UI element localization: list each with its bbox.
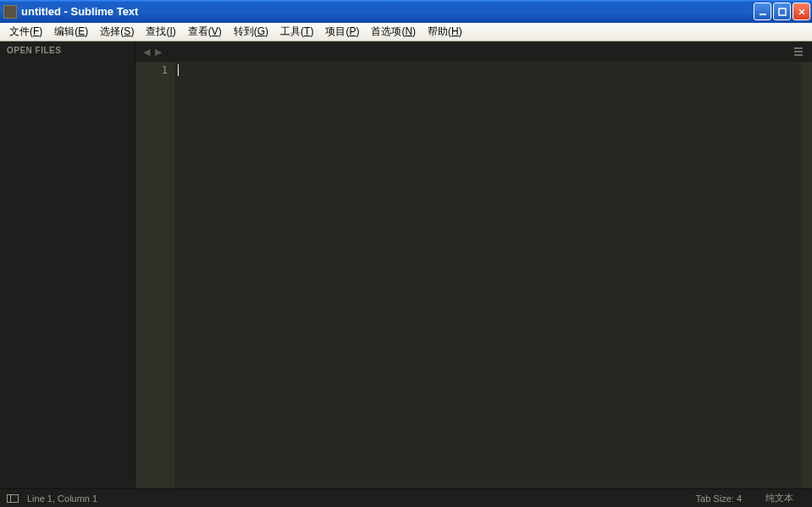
window-control-buttons	[754, 3, 810, 20]
tab-menu-icon[interactable]	[790, 47, 807, 56]
window-title: untitled - Sublime Text	[21, 5, 754, 18]
app-icon	[3, 5, 17, 19]
text-editor-area[interactable]	[174, 62, 812, 488]
tab-nav-prev-icon[interactable]: ◀	[141, 47, 152, 58]
window-titlebar: untitled - Sublime Text	[0, 0, 812, 23]
menu-goto[interactable]: 转到(G)	[228, 23, 274, 41]
svg-rect-1	[779, 8, 786, 15]
sidebar: OPEN FILES	[0, 41, 135, 488]
editor-body: 1	[135, 62, 812, 488]
tab-bar: ◀ ▶	[135, 41, 812, 62]
close-button[interactable]	[793, 3, 810, 20]
panel-switcher-icon[interactable]	[7, 494, 19, 503]
menu-find[interactable]: 查找(I)	[140, 23, 181, 41]
menu-tools[interactable]: 工具(T)	[274, 23, 319, 41]
maximize-button[interactable]	[773, 3, 791, 20]
menu-bar: 文件(F) 编辑(E) 选择(S) 查找(I) 查看(V) 转到(G) 工具(T…	[0, 23, 812, 41]
text-cursor	[178, 64, 179, 76]
menu-view[interactable]: 查看(V)	[182, 23, 228, 41]
status-cursor-position[interactable]: Line 1, Column 1	[27, 493, 97, 504]
menu-file[interactable]: 文件(F)	[3, 23, 48, 41]
minimize-button[interactable]	[754, 3, 771, 20]
sidebar-open-files-header: OPEN FILES	[0, 41, 135, 59]
menu-help[interactable]: 帮助(H)	[422, 23, 468, 41]
line-number-gutter: 1	[135, 62, 174, 488]
minimap[interactable]	[795, 62, 802, 488]
content-area: OPEN FILES ◀ ▶ 1	[0, 41, 812, 488]
status-bar: Line 1, Column 1 Tab Size: 4 纯文本	[0, 488, 812, 507]
svg-rect-0	[760, 14, 766, 15]
vertical-scrollbar[interactable]	[802, 62, 812, 488]
menu-selection[interactable]: 选择(S)	[94, 23, 140, 41]
tab-nav-next-icon[interactable]: ▶	[152, 47, 164, 58]
menu-project[interactable]: 项目(P)	[319, 23, 365, 41]
menu-preferences[interactable]: 首选项(N)	[365, 23, 422, 41]
status-syntax[interactable]: 纯文本	[754, 492, 805, 504]
menu-edit[interactable]: 编辑(E)	[48, 23, 94, 41]
svg-rect-2	[8, 494, 19, 502]
status-tab-size[interactable]: Tab Size: 4	[684, 493, 754, 504]
status-left-group: Line 1, Column 1	[7, 493, 97, 504]
editor-region: ◀ ▶ 1	[135, 41, 812, 488]
line-number: 1	[135, 64, 168, 76]
